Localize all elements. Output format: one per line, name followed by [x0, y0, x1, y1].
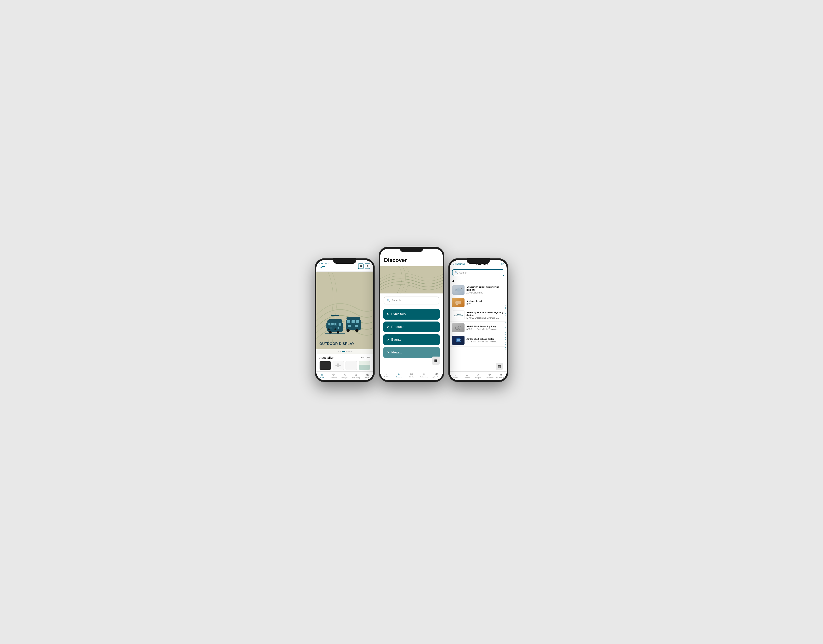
product-name-3: AEGIS by EFACEC® – Rail Signaling System: [466, 311, 504, 317]
product-info-4: AEGIS Shaft Grounding Ring AEGIS dba Ele…: [466, 325, 504, 330]
product-item-4[interactable]: AEGIS Shaft Grounding Ring AEGIS dba Ele…: [450, 322, 507, 334]
alpha-g[interactable]: G: [505, 317, 506, 318]
alpha-w[interactable]: W: [505, 343, 506, 345]
center-tab-discover[interactable]: ⊙ Discover: [393, 372, 405, 378]
dot-2: [340, 351, 341, 352]
alpha-h[interactable]: H: [505, 319, 506, 320]
exhibitor-card-1[interactable]: [319, 361, 331, 370]
alpha-n[interactable]: N: [505, 328, 506, 330]
qr-button[interactable]: ▦: [358, 264, 363, 269]
tab-networking[interactable]: ⊛ Networking: [350, 373, 362, 379]
product-item-5[interactable]: AEGIS Shaft Voltage Tester AEGIS dba Ele…: [450, 334, 507, 347]
section-link[interactable]: Alle (2858: [360, 356, 370, 359]
tab-home[interactable]: ⌂ Home: [316, 373, 328, 379]
right-tab-hall[interactable]: ◎ Hall plan: [473, 373, 484, 379]
alpha-t[interactable]: T: [505, 339, 506, 340]
alpha-a[interactable]: A: [505, 307, 506, 308]
alpha-y[interactable]: Y: [505, 347, 506, 348]
tab-hallenplan[interactable]: ◎ Hallenplan: [339, 373, 351, 379]
menu-products[interactable]: > Products: [383, 322, 440, 332]
profile-icon: ◉: [366, 373, 369, 376]
back-button[interactable]: ‹ InnoTrans: [453, 263, 465, 265]
alpha-p[interactable]: P: [505, 332, 506, 333]
center-network-icon: ⊛: [423, 372, 425, 376]
phone-left: InnoTrans ▦: [315, 258, 375, 382]
header-icons: ▦ ⊞: [358, 264, 370, 269]
center-networking-label: Networking: [420, 376, 428, 378]
alpha-q[interactable]: Q: [505, 334, 506, 335]
center-hero: [380, 266, 443, 293]
right-qr-button[interactable]: ▦: [496, 363, 503, 370]
product-image-1: [452, 285, 464, 294]
right-tab-myinnotrans[interactable]: ◉ My InnoTrans: [495, 373, 507, 379]
alpha-o[interactable]: O: [505, 330, 506, 332]
alpha-b[interactable]: B: [505, 308, 506, 310]
product-item-3[interactable]: AEGISBY EFACEC AEGIS by EFACEC® – Rail S…: [450, 309, 507, 322]
discover-icon: ⊙: [332, 373, 335, 376]
menu-exhibitors[interactable]: > Exhibitors: [383, 309, 440, 320]
label-products: Products: [391, 325, 404, 329]
tab-myinn[interactable]: ◉ My Inn...: [362, 373, 373, 379]
exhibitor-card-2[interactable]: [333, 361, 344, 370]
alpha-index[interactable]: # A B C D E F G H I J K L M N: [505, 305, 506, 350]
alpha-hash[interactable]: #: [505, 305, 506, 307]
right-tab-discover[interactable]: ⊙ Discover: [461, 373, 473, 379]
product-item-2[interactable]: Advisory in rail DNV: [450, 296, 507, 309]
alpha-r[interactable]: R: [505, 335, 506, 337]
right-tab-networking[interactable]: ⊛ Networking: [484, 373, 495, 379]
phone-right: ‹ InnoTrans Products Edit 🔍 Search A: [448, 258, 508, 382]
right-tab-home[interactable]: ⌂ Home: [450, 373, 461, 379]
alpha-c[interactable]: C: [505, 310, 506, 311]
alpha-v[interactable]: V: [505, 342, 506, 343]
edit-button[interactable]: Edit: [500, 263, 504, 265]
tab-hallenplan-label: Hallenplan: [341, 377, 348, 379]
section-letter-a: A: [450, 278, 507, 284]
page-dots: [316, 350, 373, 354]
alpha-m[interactable]: M: [505, 327, 506, 328]
menu-events[interactable]: > Events: [383, 334, 440, 345]
product-name-1: ADVANCED TRAIN TRANSPORT DESIGN: [466, 286, 504, 291]
product-company-3: EFACEC Engenharia e Sistemas, S...: [466, 317, 504, 319]
svg-rect-31: [337, 363, 339, 367]
search-bar[interactable]: 🔍 Search: [384, 297, 439, 304]
alpha-i[interactable]: I: [505, 320, 506, 322]
svg-rect-15: [347, 320, 350, 323]
alpha-s[interactable]: S: [505, 337, 506, 338]
alpha-k[interactable]: K: [505, 324, 506, 325]
exhibitor-card-4[interactable]: [359, 361, 370, 370]
exhibitor-card-3[interactable]: [346, 361, 357, 370]
product-info-1: ADVANCED TRAIN TRANSPORT DESIGN AMV DESI…: [466, 286, 504, 294]
right-search-bar[interactable]: 🔍 Search: [452, 269, 504, 276]
logo-bird: [319, 264, 326, 270]
alpha-x[interactable]: X: [505, 345, 506, 347]
center-tab-home[interactable]: ⌂ Home: [380, 372, 393, 378]
alpha-j[interactable]: J: [505, 322, 506, 323]
svg-rect-25: [331, 323, 334, 325]
phone-center: Discover: [379, 247, 444, 382]
menu-ideas[interactable]: > Ideas...: [383, 347, 440, 358]
center-tab-myinnotrans[interactable]: ◉ My InnoTrans: [430, 372, 443, 378]
alpha-l[interactable]: L: [505, 325, 506, 327]
qr-float-button[interactable]: ▦: [432, 357, 440, 365]
menu-button[interactable]: ⊞: [365, 264, 370, 269]
alpha-z[interactable]: Z: [505, 349, 506, 350]
scene: InnoTrans ▦: [309, 247, 514, 397]
logo-text: InnoTrans: [319, 262, 329, 264]
alpha-f[interactable]: F: [505, 315, 506, 316]
tab-entdecken[interactable]: ⊙ Entdecken: [328, 373, 339, 379]
right-myinnotrans-label: My InnoTrans: [496, 377, 506, 379]
arrow-exhibitors: >: [387, 313, 389, 316]
center-tab-networking[interactable]: ⊛ Networking: [418, 372, 430, 378]
right-discover-label: Discover: [464, 377, 470, 379]
screen-center: Discover: [380, 248, 443, 380]
product-item-1[interactable]: ADVANCED TRAIN TRANSPORT DESIGN AMV DESI…: [450, 284, 507, 296]
alpha-u[interactable]: U: [505, 340, 506, 342]
center-tab-hall[interactable]: ◎ Hall plan: [405, 372, 418, 378]
arrow-ideas: >: [387, 351, 389, 354]
search-icon: 🔍: [387, 299, 390, 302]
tab-myinn-label: My Inn...: [365, 377, 371, 379]
svg-rect-39: [457, 339, 460, 341]
alpha-e[interactable]: E: [505, 313, 506, 315]
alpha-d[interactable]: D: [505, 312, 506, 313]
notch-left: [333, 258, 356, 264]
